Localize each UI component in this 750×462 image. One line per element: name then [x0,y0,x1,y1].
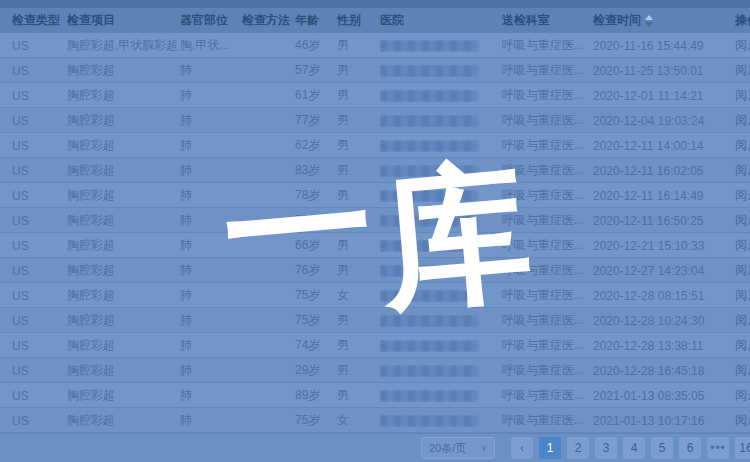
cell-gender: 男 [337,87,380,104]
table-row[interactable]: US胸腔彩超肺62岁男呼吸与重症医...2020-12-11 14:00:14阅… [0,133,750,158]
page-size-select[interactable]: 20条/页 ∨ [421,437,495,459]
table-row[interactable]: US胸腔彩超肺66岁男呼吸与重症医...2020-12-21 15:10:33阅… [0,233,750,258]
cell-action: 阅片 [735,262,750,279]
cell-value-time: 2020-11-25 13:50:01 [593,64,704,78]
page-button-6[interactable]: 6 [679,437,701,459]
view-images-link[interactable]: 阅片 [735,313,750,327]
redacted-hospital-block [380,140,478,152]
cell-value-item: 胸腔彩超 [67,188,115,202]
page-button-3[interactable]: 3 [595,437,617,459]
table-row[interactable]: US胸腔彩超肺75岁女呼吸与重症医...2021-01-13 10:17:16阅… [0,408,750,433]
sort-caret-icon[interactable] [645,15,653,27]
cell-value-age: 29岁 [295,363,320,377]
table-row[interactable]: US胸腔彩超肺78岁男呼吸与重症医...2020-12-11 16:14:49阅… [0,183,750,208]
table-row[interactable]: US胸腔彩超肺74岁男呼吸与重症医...2020-12-28 13:38:11阅… [0,333,750,358]
cell-type: US [12,64,67,78]
column-header-action: 操作 [735,12,750,29]
cell-hospital [380,265,502,277]
page-size-value: 20条/页 [429,441,466,456]
cell-value-organ: 肺 [180,88,192,102]
cell-time: 2020-12-04 19:03:24 [593,114,735,128]
view-images-link[interactable]: 阅片 [735,63,750,77]
view-images-link[interactable]: 阅片 [735,413,750,427]
cell-action: 阅片 [735,112,750,129]
redacted-hospital-block [380,365,478,377]
cell-value-organ: 肺 [180,138,192,152]
cell-time: 2020-12-11 16:02:05 [593,164,735,178]
cell-type: US [12,239,67,253]
cell-value-item: 胸腔彩超 [67,363,115,377]
table-row[interactable]: US胸腔彩超肺89岁男呼吸与重症医...2021-01-13 08:35:05阅… [0,383,750,408]
cell-hospital [380,365,502,377]
table-row[interactable]: US胸腔彩超肺57岁男呼吸与重症医...2020-11-25 13:50:01阅… [0,58,750,83]
cell-type: US [12,214,67,228]
more-pages-ellipsis-icon[interactable]: ••• [707,437,729,459]
table-row[interactable]: US胸腔彩超肺29岁男呼吸与重症医...2020-12-28 16:45:18阅… [0,358,750,383]
cell-value-dept: 呼吸与重症医... [502,263,584,277]
column-header-age: 年龄 [295,12,337,29]
cell-value-gender: 男 [337,388,349,402]
redacted-hospital-block [380,215,478,227]
view-images-link[interactable]: 阅片 [735,238,750,252]
cell-gender: 女 [337,412,380,429]
cell-value-type: US [12,389,29,403]
cell-value-type: US [12,364,29,378]
view-images-link[interactable]: 阅片 [735,188,750,202]
cell-action: 阅片 [735,187,750,204]
cell-hospital [380,90,502,102]
view-images-link[interactable]: 阅片 [735,113,750,127]
cell-action: 阅片 [735,237,750,254]
cell-hospital [380,290,502,302]
view-images-link[interactable]: 阅片 [735,288,750,302]
page-button-4[interactable]: 4 [623,437,645,459]
cell-gender: 男 [337,37,380,54]
cell-gender: 男 [337,137,380,154]
view-images-link[interactable]: 阅片 [735,363,750,377]
table-row[interactable]: US胸腔彩超,甲状腺彩超胸,甲状...46岁男呼吸与重症医...2020-11-… [0,33,750,58]
top-strip [0,0,750,8]
table-row[interactable]: US胸腔彩超肺83岁男呼吸与重症医...2020-12-11 16:02:05阅… [0,158,750,183]
cell-value-item: 胸腔彩超 [67,238,115,252]
cell-value-gender: 男 [337,63,349,77]
view-images-link[interactable]: 阅片 [735,338,750,352]
table-row[interactable]: US胸腔彩超肺77岁男呼吸与重症医...2020-12-04 19:03:24阅… [0,108,750,133]
view-images-link[interactable]: 阅片 [735,388,750,402]
table-row[interactable]: US胸腔彩超肺75岁男呼吸与重症医...2020-12-28 10:24:30阅… [0,308,750,333]
view-images-link[interactable]: 阅片 [735,213,750,227]
cell-value-item: 胸腔彩超 [67,263,115,277]
cell-time: 2021-01-13 08:35:05 [593,389,735,403]
pagination-bar: 20条/页 ∨ ‹ 123456 ••• 16 [0,433,750,462]
table-row[interactable]: US胸腔彩超肺75岁女呼吸与重症医...2020-12-28 08:15:51阅… [0,283,750,308]
table-row[interactable]: US胸腔彩超肺76岁男呼吸与重症医...2020-12-27 14:23:04阅… [0,258,750,283]
prev-page-button[interactable]: ‹ [511,437,533,459]
page-button-1[interactable]: 1 [539,437,561,459]
column-header-type: 检查类型 [12,12,67,29]
page-button-last[interactable]: 16 [735,437,750,459]
view-images-link[interactable]: 阅片 [735,38,750,52]
cell-value-item: 胸腔彩超 [67,413,115,427]
view-images-link[interactable]: 阅片 [735,163,750,177]
view-images-link[interactable]: 阅片 [735,88,750,102]
column-header-time[interactable]: 检查时间 [593,12,735,29]
cell-value-age: 83岁 [295,163,320,177]
cell-dept: 呼吸与重症医... [502,62,593,79]
cell-dept: 呼吸与重症医... [502,87,593,104]
cell-value-organ: 肺 [180,238,192,252]
table-row[interactable]: US胸腔彩超肺76岁女呼吸与重症医...2020-12-11 16:50:25阅… [0,208,750,233]
page-button-5[interactable]: 5 [651,437,673,459]
cell-value-time: 2020-12-28 16:45:18 [593,364,704,378]
cell-hospital [380,165,502,177]
cell-value-organ: 肺 [180,63,192,77]
view-images-link[interactable]: 阅片 [735,263,750,277]
page-button-2[interactable]: 2 [567,437,589,459]
cell-action: 阅片 [735,87,750,104]
cell-value-dept: 呼吸与重症医... [502,138,584,152]
cell-value-organ: 肺 [180,338,192,352]
cell-value-dept: 呼吸与重症医... [502,288,584,302]
cell-organ: 肺 [180,312,242,329]
view-images-link[interactable]: 阅片 [735,138,750,152]
cell-hospital [380,40,502,52]
cell-value-type: US [12,64,29,78]
table-row[interactable]: US胸腔彩超肺61岁男呼吸与重症医...2020-12-01 11:14:21阅… [0,83,750,108]
cell-value-gender: 男 [337,363,349,377]
